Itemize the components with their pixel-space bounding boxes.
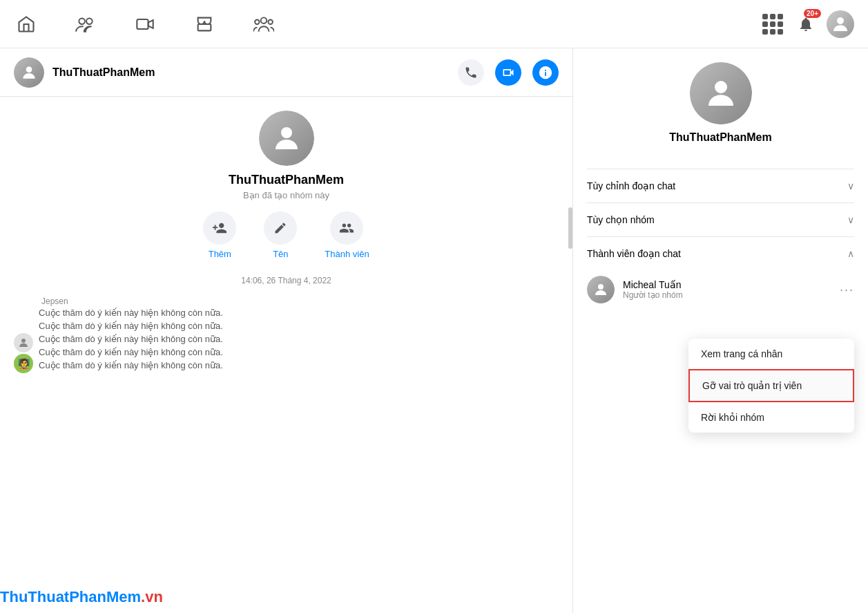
chat-header: ThuThuatPhanMem [0, 48, 572, 97]
poll-message-1: Cuộc thăm dò ý kiến này hiện không còn n… [39, 308, 559, 318]
svg-point-14 [715, 81, 727, 93]
group-center-name: ThuThuatPhanMem [229, 173, 344, 187]
customize-chat-header[interactable]: Tùy chỉnh đoạn chat ∨ [587, 169, 854, 202]
grid-apps-icon[interactable] [760, 12, 785, 37]
watermark-text1: ThuThuatPhanMem [0, 588, 141, 605]
member-item: Micheal Tuấn Người tạo nhóm ··· [587, 270, 854, 309]
group-info-center: ThuThuatPhanMem Bạn đã tạo nhóm này Thêm [14, 111, 559, 259]
svg-rect-2 [137, 19, 148, 29]
member-role: Người tạo nhóm [623, 290, 831, 300]
jepsen-small-avatar [14, 333, 33, 352]
svg-rect-3 [198, 24, 211, 30]
sidebar-profile: ThuThuatPhanMem [587, 62, 854, 155]
members-header[interactable]: Thành viên đoạn chat ∧ [587, 237, 854, 270]
chat-header-name: ThuThuatPhanMem [52, 66, 458, 79]
svg-point-8 [26, 66, 32, 73]
view-profile-item[interactable]: Xem trang cá nhân [688, 339, 854, 369]
sidebar-profile-avatar [690, 62, 752, 124]
svg-point-1 [86, 18, 93, 24]
people-nav-icon[interactable] [73, 12, 98, 37]
info-button[interactable] [532, 59, 559, 86]
watermark-text2: .vn [141, 588, 163, 605]
context-menu: Xem trang cá nhân Gỡ vai trò quản trị vi… [688, 339, 854, 433]
svg-point-7 [837, 17, 844, 24]
member-avatar [587, 276, 615, 303]
customize-chat-title: Tùy chỉnh đoạn chat [587, 180, 675, 191]
notification-badge: 20+ [804, 9, 821, 18]
nav-left [14, 12, 276, 37]
call-button[interactable] [458, 59, 484, 86]
customize-chat-chevron: ∨ [847, 180, 854, 191]
group-options-chevron: ∨ [847, 214, 854, 225]
sender-avatars: 🧑‍🏫 [14, 333, 33, 373]
add-member-label: Thêm [209, 249, 231, 259]
sidebar-profile-name: ThuThuatPhanMem [669, 131, 771, 144]
group-quick-actions: Thêm Tên [203, 211, 369, 259]
member-more-button[interactable]: ··· [840, 283, 854, 297]
scroll-indicator[interactable] [568, 207, 572, 249]
chat-header-avatar [14, 57, 44, 88]
customize-chat-section: Tùy chỉnh đoạn chat ∨ [587, 169, 854, 202]
group-options-section: Tùy chọn nhóm ∨ [587, 202, 854, 236]
chat-body: ThuThuatPhanMem Bạn đã tạo nhóm này Thêm [0, 97, 572, 613]
rename-action[interactable]: Tên [264, 211, 297, 259]
member-info: Micheal Tuấn Người tạo nhóm [623, 279, 831, 300]
svg-rect-11 [545, 72, 546, 76]
svg-point-15 [598, 284, 604, 290]
message-content: Jepsen Cuộc thăm dò ý kiến này hiện khôn… [39, 296, 559, 373]
poll-message-2: Cuộc thăm dò ý kiến này hiện không còn n… [39, 321, 559, 331]
sender-name: Jepsen [41, 296, 559, 306]
group-options-title: Tùy chọn nhóm [587, 214, 655, 225]
group-center-subtitle: Bạn đã tạo nhóm này [243, 190, 329, 200]
svg-point-12 [281, 127, 292, 138]
poll-message-4: Cuộc thăm dò ý kiến này hiện không còn n… [39, 347, 559, 357]
top-nav: 20+ [0, 0, 868, 48]
member-name: Micheal Tuấn [623, 279, 831, 290]
message-row: 🧑‍🏫 Jepsen Cuộc thăm dò ý kiến này hiện … [14, 296, 559, 373]
jepsen-emoji-avatar: 🧑‍🏫 [14, 354, 33, 373]
members-chevron: ∧ [847, 248, 854, 259]
members-title: Thành viên đoạn chat [587, 248, 681, 259]
context-menu-wrapper: Xem trang cá nhân Gỡ vai trò quản trị vi… [688, 339, 854, 433]
leave-group-item[interactable]: Rời khỏi nhóm [688, 402, 854, 433]
svg-point-5 [255, 19, 259, 23]
svg-point-0 [79, 18, 85, 24]
right-sidebar: ThuThuatPhanMem Tùy chỉnh đoạn chat ∨ Tù… [573, 48, 868, 613]
store-nav-icon[interactable] [192, 12, 217, 37]
members-action[interactable]: Thành viên [325, 211, 369, 259]
user-avatar[interactable] [827, 10, 854, 38]
main-layout: ThuThuatPhanMem [0, 48, 868, 613]
svg-point-10 [545, 69, 546, 70]
svg-point-13 [21, 339, 26, 343]
group-options-header[interactable]: Tùy chọn nhóm ∨ [587, 203, 854, 236]
chat-area: ThuThuatPhanMem [0, 48, 573, 613]
notification-button[interactable]: 20+ [792, 10, 820, 38]
watermark: ThuThuatPhanMem.vn [0, 588, 163, 606]
video-call-button[interactable] [495, 59, 521, 86]
rename-label: Tên [273, 249, 288, 259]
poll-message-3: Cuộc thăm dò ý kiến này hiện không còn n… [39, 334, 559, 344]
svg-point-4 [261, 17, 267, 23]
svg-point-6 [268, 19, 272, 23]
nav-right: 20+ [760, 10, 854, 38]
group-center-avatar [259, 111, 314, 166]
groups-nav-icon[interactable] [251, 12, 276, 37]
remove-admin-item[interactable]: Gỡ vai trò quản trị viên [688, 369, 854, 402]
home-nav-icon[interactable] [14, 12, 39, 37]
members-label: Thành viên [325, 249, 369, 259]
video-nav-icon[interactable] [133, 12, 157, 37]
members-section: Thành viên đoạn chat ∧ Micheal Tuấn Ngườ… [587, 236, 854, 309]
message-timestamp: 14:06, 26 Tháng 4, 2022 [14, 276, 559, 285]
chat-header-actions [458, 59, 559, 86]
poll-message-5: Cuộc thăm dò ý kiến này hiện không còn n… [39, 360, 559, 370]
add-member-action[interactable]: Thêm [203, 211, 236, 259]
